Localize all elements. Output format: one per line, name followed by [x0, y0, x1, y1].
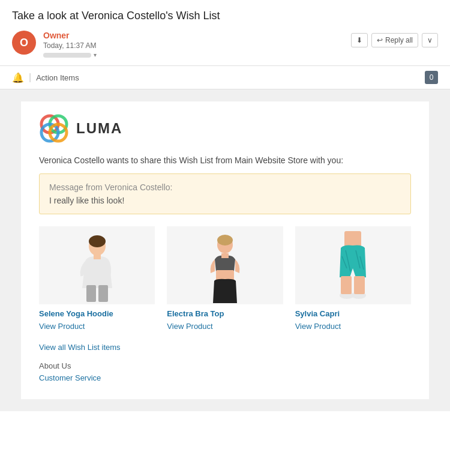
- svg-rect-18: [354, 276, 365, 294]
- dropdown-icon: ∨: [427, 36, 433, 44]
- reply-all-label: Reply all: [385, 36, 413, 44]
- sender-name: Owner: [43, 31, 97, 40]
- product-name-1: Selene Yoga Hoodie: [39, 309, 155, 319]
- sender-left: O Owner Today, 11:37 AM ▾: [12, 31, 97, 58]
- email-content-card: LUMA Veronica Costello wants to share th…: [21, 101, 429, 399]
- archive-button[interactable]: ⬇: [351, 33, 368, 47]
- action-items-label: Action Items: [36, 73, 79, 82]
- archive-icon: ⬇: [356, 36, 362, 44]
- luma-logo-icon: [39, 113, 69, 143]
- sender-to-label: [43, 53, 91, 58]
- luma-header: LUMA: [21, 101, 429, 155]
- more-actions-button[interactable]: ∨: [422, 33, 438, 47]
- svg-rect-6: [86, 285, 96, 302]
- email-header: Take a look at Veronica Costello's Wish …: [0, 0, 450, 65]
- product-image-1: [39, 226, 155, 304]
- sender-to-row: ▾: [43, 52, 97, 58]
- footer-service-link[interactable]: Customer Service: [39, 373, 101, 382]
- action-items-bar: 🔔 | Action Items 0: [0, 66, 450, 89]
- product-item: Selene Yoga Hoodie View Product: [39, 226, 155, 331]
- svg-point-5: [89, 235, 106, 247]
- svg-rect-14: [346, 232, 360, 244]
- action-items-right: 0: [425, 71, 438, 84]
- footer-about: About Us: [39, 361, 411, 370]
- products-grid: Selene Yoga Hoodie View Product: [39, 226, 411, 331]
- avatar: O: [12, 31, 36, 55]
- badge-count: 0: [425, 71, 438, 84]
- product-image-3: [295, 226, 411, 304]
- svg-point-10: [217, 235, 233, 246]
- sender-row: O Owner Today, 11:37 AM ▾ ⬇ ↩ Reply all …: [12, 31, 438, 65]
- bar-separator: |: [29, 72, 31, 83]
- product-image-svg-1: [67, 228, 127, 303]
- product-link-2[interactable]: View Product: [167, 322, 283, 331]
- email-body: LUMA Veronica Costello wants to share th…: [0, 89, 450, 411]
- action-items-left: 🔔 | Action Items: [12, 72, 79, 83]
- email-footer: About Us Customer Service: [21, 352, 429, 387]
- product-item-3: Sylvia Capri View Product: [295, 226, 411, 331]
- reply-all-button[interactable]: ↩ Reply all: [371, 33, 418, 47]
- product-name-2: Electra Bra Top: [167, 309, 283, 319]
- svg-rect-12: [221, 253, 229, 258]
- view-all-link[interactable]: View all Wish List items: [39, 343, 411, 352]
- message-box: Message from Veronica Costello: I really…: [39, 173, 411, 214]
- svg-rect-7: [98, 285, 108, 302]
- chevron-down-icon[interactable]: ▾: [94, 52, 97, 58]
- product-image-svg-3: [323, 226, 383, 304]
- wishlist-intro: Veronica Costello wants to share this Wi…: [39, 155, 411, 165]
- product-link-3[interactable]: View Product: [295, 322, 411, 331]
- product-image-2: [167, 226, 283, 304]
- product-image-svg-2: [195, 228, 255, 303]
- svg-rect-8: [94, 255, 101, 259]
- product-item-2: Electra Bra Top View Product: [167, 226, 283, 331]
- sender-info: Owner Today, 11:37 AM ▾: [43, 31, 97, 58]
- email-actions: ⬇ ↩ Reply all ∨: [351, 33, 438, 47]
- product-link-1[interactable]: View Product: [39, 322, 155, 331]
- luma-brand-name: LUMA: [76, 120, 122, 137]
- content-inner: Veronica Costello wants to share this Wi…: [21, 155, 429, 352]
- message-from: Message from Veronica Costello:: [49, 182, 401, 192]
- sender-time: Today, 11:37 AM: [43, 41, 97, 50]
- svg-rect-17: [341, 276, 352, 294]
- product-name-3: Sylvia Capri: [295, 309, 411, 319]
- message-text: I really like this look!: [49, 196, 401, 205]
- reply-icon: ↩: [377, 36, 383, 44]
- bell-icon: 🔔: [12, 72, 24, 83]
- email-subject: Take a look at Veronica Costello's Wish …: [12, 10, 438, 22]
